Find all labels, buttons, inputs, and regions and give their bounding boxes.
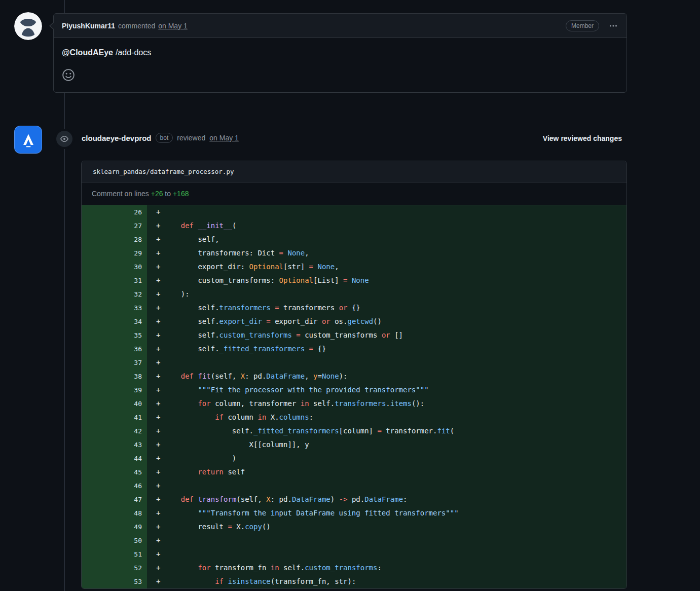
code-line: + if column in X.columns:	[147, 411, 627, 424]
diff-line: 48+ """Transform the input DataFrame usi…	[82, 506, 627, 520]
line-number[interactable]: 38	[82, 370, 147, 383]
diff-line: 27+ def __init__(	[82, 219, 627, 233]
code-line: + for column, transformer in self.transf…	[147, 397, 627, 411]
line-number[interactable]: 46	[82, 479, 147, 493]
line-number[interactable]: 51	[82, 547, 147, 561]
addition-marker: +	[156, 547, 164, 561]
diff-line: 28+ self,	[82, 233, 627, 246]
diff-line: 51+	[82, 547, 627, 561]
code-line: + result = X.copy()	[147, 520, 627, 534]
comment-text: /add-docs	[116, 48, 151, 57]
code-line: + self._fitted_transformers = {}	[147, 342, 627, 356]
line-number[interactable]: 53	[82, 575, 147, 588]
cloudaeye-logo-icon	[18, 130, 39, 150]
code-line: + if isinstance(transform_fn, str):	[147, 575, 627, 588]
diff-line: 35+ self.custom_transforms = custom_tran…	[82, 328, 627, 342]
addition-marker: +	[156, 575, 164, 588]
user-avatar[interactable]	[14, 12, 42, 40]
bot-avatar[interactable]	[14, 126, 42, 154]
addition-marker: +	[156, 219, 164, 233]
code-line: + self.export_dir = export_dir or os.get…	[147, 315, 627, 328]
diff-line: 26+	[82, 205, 627, 219]
file-path[interactable]: sklearn_pandas/dataframe_processor.py	[93, 168, 234, 175]
line-number[interactable]: 39	[82, 383, 147, 397]
line-number[interactable]: 30	[82, 260, 147, 274]
code-line: +	[147, 534, 627, 547]
diff-line: 44+ )	[82, 452, 627, 465]
code-line: + """Transform the input DataFrame using…	[147, 506, 627, 520]
line-number[interactable]: 52	[82, 561, 147, 575]
emoji-reaction-button[interactable]	[62, 68, 75, 83]
addition-marker: +	[156, 274, 164, 287]
diff-line: 34+ self.export_dir = export_dir or os.g…	[82, 315, 627, 328]
bot-badge: bot	[156, 133, 173, 143]
line-number[interactable]: 44	[82, 452, 147, 465]
kebab-menu-button[interactable]	[608, 21, 618, 31]
review-action: reviewed	[177, 134, 205, 142]
code-line: + def fit(self, X: pd.DataFrame, y=None)…	[147, 370, 627, 383]
diff-line: 37+	[82, 356, 627, 370]
addition-marker: +	[156, 356, 164, 370]
addition-marker: +	[156, 301, 164, 315]
line-number[interactable]: 32	[82, 287, 147, 301]
diff-line: 52+ for transform_fn in self.custom_tran…	[82, 561, 627, 575]
diff-line: 45+ return self	[82, 465, 627, 479]
code-line: +	[147, 205, 627, 219]
line-number[interactable]: 45	[82, 465, 147, 479]
diff-line: 31+ custom_transforms: Optional[List] = …	[82, 274, 627, 287]
code-line: + custom_transforms: Optional[List] = No…	[147, 274, 627, 287]
line-number[interactable]: 36	[82, 342, 147, 356]
addition-marker: +	[156, 370, 164, 383]
comment-lines-prefix: Comment on lines	[92, 190, 149, 198]
diff-line: 47+ def transform(self, X: pd.DataFrame)…	[82, 493, 627, 506]
line-number[interactable]: 27	[82, 219, 147, 233]
line-number[interactable]: 34	[82, 315, 147, 328]
member-badge: Member	[566, 20, 599, 31]
line-number[interactable]: 49	[82, 520, 147, 534]
addition-marker: +	[156, 561, 164, 575]
code-line: + def __init__(	[147, 219, 627, 233]
line-number[interactable]: 28	[82, 233, 147, 246]
line-number[interactable]: 37	[82, 356, 147, 370]
line-number[interactable]: 33	[82, 301, 147, 315]
line-number[interactable]: 48	[82, 506, 147, 520]
line-number[interactable]: 41	[82, 411, 147, 424]
review-timestamp[interactable]: on May 1	[209, 134, 239, 142]
eye-icon	[60, 135, 68, 143]
line-number[interactable]: 43	[82, 438, 147, 452]
addition-marker: +	[156, 520, 164, 534]
line-number[interactable]: 42	[82, 424, 147, 438]
code-line: + export_dir: Optional[str] = None,	[147, 260, 627, 274]
comment-lines-bar: Comment on lines +26 to +168	[82, 182, 627, 205]
line-number[interactable]: 35	[82, 328, 147, 342]
code-line: + return self	[147, 465, 627, 479]
diff-line: 39+ """Fit the processor with the provid…	[82, 383, 627, 397]
eye-badge	[56, 131, 72, 147]
comment-card: PiyushKumar11 commented on May 1 Member …	[53, 13, 627, 93]
diff-line: 49+ result = X.copy()	[82, 520, 627, 534]
line-number[interactable]: 40	[82, 397, 147, 411]
addition-marker: +	[156, 205, 164, 219]
lines-range-end: +168	[173, 190, 189, 198]
code-line: +	[147, 479, 627, 493]
addition-marker: +	[156, 342, 164, 356]
addition-marker: +	[156, 287, 164, 301]
line-number[interactable]: 29	[82, 246, 147, 260]
lines-range-start: +26	[151, 190, 163, 198]
line-number[interactable]: 31	[82, 274, 147, 287]
comment-author[interactable]: PiyushKumar11	[62, 22, 115, 30]
addition-marker: +	[156, 397, 164, 411]
view-reviewed-changes-link[interactable]: View reviewed changes	[543, 134, 622, 142]
mention-link[interactable]: @CloudAEye	[62, 48, 113, 57]
review-author[interactable]: cloudaeye-devprod	[82, 134, 152, 142]
line-number[interactable]: 47	[82, 493, 147, 506]
pr-conversation-page: PiyushKumar11 commented on May 1 Member …	[0, 0, 700, 591]
line-number[interactable]: 26	[82, 205, 147, 219]
diff-line: 46+	[82, 479, 627, 493]
diff-code: 26+27+ def __init__(28+ self,29+ transfo…	[82, 205, 627, 588]
line-number[interactable]: 50	[82, 534, 147, 547]
diff-line: 30+ export_dir: Optional[str] = None,	[82, 260, 627, 274]
comment-timestamp[interactable]: on May 1	[158, 22, 188, 30]
diff-line: 33+ self.transformers = transformers or …	[82, 301, 627, 315]
code-line: + )	[147, 452, 627, 465]
